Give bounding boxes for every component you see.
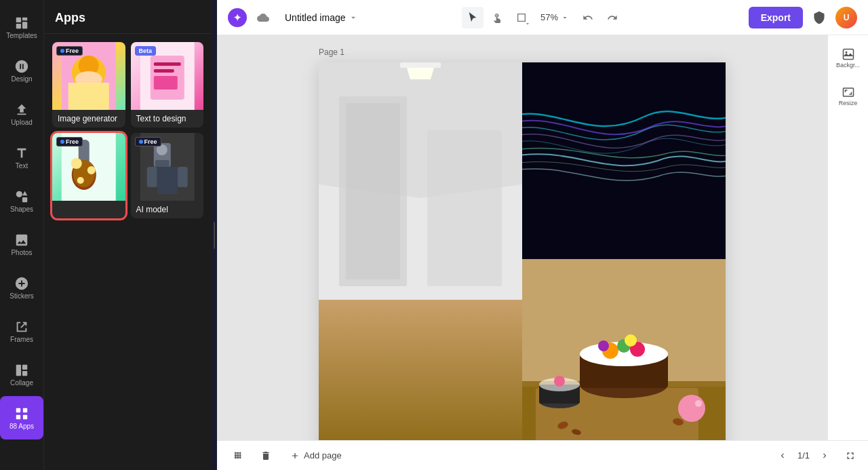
sidebar-item-upload[interactable]: Upload: [0, 92, 43, 136]
sidebar-item-templates[interactable]: Templates: [0, 5, 43, 49]
right-panel: Backgr... Resize: [827, 35, 868, 440]
app-card-ai-model[interactable]: Free AI model: [131, 133, 204, 218]
svg-rect-3: [16, 23, 21, 28]
canvas-image-cake[interactable]: [522, 259, 726, 440]
app-badge-free: Free: [135, 137, 161, 146]
redo-button[interactable]: [601, 7, 623, 28]
svg-rect-10: [23, 408, 27, 412]
sidebar-item-text[interactable]: Text: [0, 136, 43, 179]
svg-rect-22: [153, 76, 177, 90]
collage-icon: [14, 363, 29, 378]
apps-panel-title: Apps: [44, 0, 212, 34]
sidebar-item-apps[interactable]: 88 Apps: [0, 396, 43, 439]
svg-rect-36: [157, 167, 177, 194]
sidebar-item-frames[interactable]: Frames: [0, 309, 43, 353]
add-page-button[interactable]: Add page: [282, 446, 350, 465]
frame-tool-button[interactable]: [511, 7, 532, 28]
page-counter: 1/1: [797, 450, 810, 461]
svg-rect-7: [22, 364, 27, 369]
templates-icon: [14, 16, 29, 31]
sidebar: Templates Design Upload Text Shapes Phot…: [0, 0, 43, 470]
sidebar-item-label: Photos: [11, 250, 32, 256]
resize-button[interactable]: Resize: [831, 79, 866, 114]
canva-logo[interactable]: ✦: [228, 8, 247, 27]
sidebar-item-label: Shapes: [10, 206, 33, 213]
app-card-image-generator[interactable]: Free Image generator: [52, 42, 125, 128]
canvas-area: Page 1: [217, 35, 868, 440]
canvas-image-room[interactable]: [319, 62, 522, 440]
hand-tool-button[interactable]: [486, 7, 508, 28]
cloud-save-button[interactable]: [252, 7, 274, 28]
cursor-tool-button[interactable]: [462, 7, 484, 28]
sidebar-item-label: Text: [16, 163, 28, 170]
svg-rect-68: [843, 50, 853, 60]
add-page-label: Add page: [304, 450, 342, 461]
document-title[interactable]: Untitled image: [279, 9, 363, 26]
svg-point-65: [554, 376, 565, 387]
text-icon: [14, 146, 29, 161]
canvas-scroll[interactable]: Page 1: [217, 35, 827, 440]
background-label: Backgr...: [836, 62, 860, 68]
undo-button[interactable]: [577, 7, 599, 28]
sidebar-item-collage[interactable]: Collage: [0, 353, 43, 396]
svg-rect-5: [22, 197, 27, 201]
shield-button[interactable]: [808, 7, 830, 28]
app-card-serum[interactable]: Free: [52, 133, 125, 218]
svg-rect-9: [16, 408, 20, 412]
sidebar-item-shapes[interactable]: Shapes: [0, 179, 43, 222]
svg-rect-21: [153, 69, 174, 73]
page-navigation: 1/1: [773, 446, 834, 465]
svg-rect-34: [146, 167, 157, 187]
next-page-button[interactable]: [815, 446, 834, 465]
svg-rect-2: [22, 22, 27, 28]
fullscreen-button[interactable]: [841, 446, 860, 465]
grid-view-button[interactable]: [228, 445, 250, 467]
sidebar-item-label: Upload: [11, 119, 33, 126]
svg-marker-45: [407, 68, 434, 79]
canvas-content: [319, 62, 726, 440]
resize-label: Resize: [839, 100, 858, 106]
export-button[interactable]: Export: [749, 7, 803, 28]
sidebar-item-design[interactable]: Design: [0, 49, 43, 92]
sidebar-item-label: Templates: [6, 33, 37, 39]
sidebar-item-stickers[interactable]: Stickers: [0, 266, 43, 309]
svg-rect-6: [16, 364, 21, 376]
sidebar-item-label: Design: [11, 76, 32, 83]
sidebar-item-label: Frames: [10, 336, 33, 343]
design-icon: [14, 59, 29, 74]
svg-point-66: [678, 395, 705, 422]
zoom-control[interactable]: 57%: [535, 9, 574, 25]
previous-page-button[interactable]: [773, 446, 792, 465]
user-avatar[interactable]: U: [835, 7, 857, 28]
upload-icon: [14, 102, 29, 117]
sidebar-item-label: Collage: [10, 380, 33, 387]
sidebar-item-label: 88 Apps: [9, 423, 34, 430]
svg-rect-35: [177, 167, 187, 187]
app-card-text-to-design[interactable]: Beta Text to design: [131, 42, 204, 128]
svg-point-27: [71, 158, 82, 169]
app-badge-beta: Beta: [135, 46, 157, 56]
background-icon: [842, 48, 854, 60]
svg-rect-17: [68, 83, 109, 110]
sidebar-item-photos[interactable]: Photos: [0, 222, 43, 266]
sidebar-item-label: Stickers: [9, 293, 34, 300]
delete-page-button[interactable]: [255, 445, 277, 467]
background-button[interactable]: Backgr...: [831, 41, 866, 76]
svg-marker-40: [319, 300, 522, 440]
app-badge-free: Free: [56, 137, 83, 146]
app-badge-free: Free: [56, 46, 83, 56]
app-card-label: AI model: [131, 201, 204, 218]
svg-point-67: [695, 400, 702, 407]
svg-point-4: [16, 191, 22, 197]
toolbar-center: 57%: [462, 7, 623, 28]
svg-rect-0: [16, 17, 21, 22]
apps-panel: Apps Free Image generator: [43, 0, 212, 470]
frames-icon: [14, 319, 29, 334]
panel-resize-handle[interactable]: [212, 0, 217, 470]
canvas-page: Page 1: [319, 62, 726, 440]
svg-rect-43: [427, 130, 502, 286]
svg-point-29: [77, 177, 84, 184]
svg-point-58: [625, 334, 637, 347]
toolbar-right: Export U: [749, 7, 857, 28]
canvas-image-wave[interactable]: [522, 62, 726, 259]
